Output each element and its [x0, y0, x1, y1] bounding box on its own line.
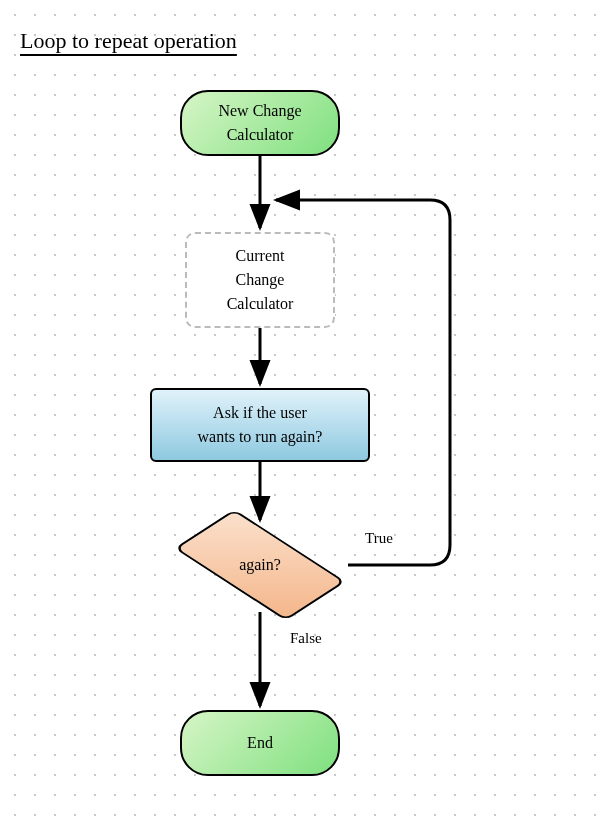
- node-end-label: End: [247, 731, 273, 755]
- node-subprocess-label: CurrentChangeCalculator: [227, 244, 294, 316]
- node-start-terminal: New ChangeCalculator: [180, 90, 340, 156]
- node-decision-label: again?: [239, 556, 281, 574]
- edge-label-false: False: [290, 630, 322, 647]
- node-decision: again?: [195, 530, 325, 600]
- diagram-title: Loop to repeat operation: [20, 28, 237, 54]
- node-subprocess: CurrentChangeCalculator: [185, 232, 335, 328]
- node-process: Ask if the userwants to run again?: [150, 388, 370, 462]
- node-process-label: Ask if the userwants to run again?: [198, 401, 323, 449]
- edge-label-true: True: [365, 530, 393, 547]
- node-end-terminal: End: [180, 710, 340, 776]
- node-start-label: New ChangeCalculator: [218, 99, 301, 147]
